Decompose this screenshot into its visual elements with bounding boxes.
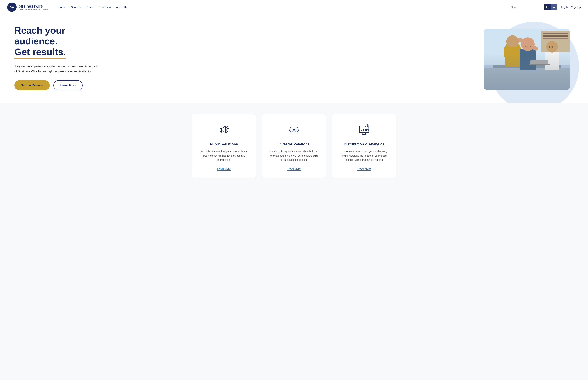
service-title-analytics: Distribution & Analytics — [344, 142, 384, 146]
svg-point-12 — [506, 35, 519, 48]
svg-point-25 — [227, 126, 228, 127]
logo-brand: businesswire — [18, 4, 49, 9]
learn-more-button[interactable]: Learn More — [53, 80, 83, 90]
svg-rect-39 — [363, 129, 364, 132]
header: bw businesswire A BERKSHIRE HATHAWAY COM… — [0, 0, 588, 14]
svg-line-32 — [296, 127, 298, 128]
svg-rect-38 — [361, 130, 362, 132]
svg-rect-8 — [543, 38, 568, 39]
svg-rect-17 — [545, 52, 559, 70]
service-link-ir[interactable]: Read More — [287, 167, 301, 171]
hero-title-line1: Reach your audience. — [14, 25, 65, 46]
svg-point-2 — [553, 7, 554, 8]
header-right: Log In Sign Up — [508, 4, 581, 10]
service-link-pr[interactable]: Read More — [217, 167, 231, 171]
search-button[interactable] — [544, 4, 551, 10]
hero-photo — [484, 29, 570, 90]
search-input[interactable] — [508, 4, 544, 10]
svg-rect-7 — [543, 35, 568, 37]
svg-line-1 — [548, 8, 549, 8]
svg-point-26 — [228, 128, 229, 129]
svg-rect-14 — [520, 49, 536, 70]
signup-link[interactable]: Sign Up — [571, 6, 581, 9]
analytics-icon — [357, 123, 371, 137]
svg-line-35 — [363, 133, 363, 134]
svg-line-30 — [290, 127, 292, 128]
hero-description: Rely on the experience, guidance, and su… — [14, 64, 101, 74]
header-left: bw businesswire A BERKSHIRE HATHAWAY COM… — [7, 2, 127, 12]
hero-content: Reach your audience. Get results. Rely o… — [14, 25, 108, 90]
svg-line-36 — [365, 133, 366, 134]
service-title-pr: Public Relations — [210, 142, 238, 146]
service-card-ir: Investor Relations Reach and engage inve… — [262, 114, 326, 178]
logo-brand-bold: business — [18, 4, 35, 8]
search-icon — [546, 6, 549, 9]
main-nav: Home Services News Education About Us — [59, 5, 127, 9]
service-link-analytics[interactable]: Read More — [357, 167, 371, 171]
hero-buttons: Send a Release Learn More — [14, 80, 108, 90]
megaphone-icon — [217, 123, 231, 137]
svg-rect-22 — [529, 64, 550, 65]
service-card-analytics: Distribution & Analytics Target your new… — [332, 114, 396, 178]
service-desc-analytics: Target your news, reach your audiences, … — [339, 150, 389, 162]
nav-education[interactable]: Education — [99, 5, 111, 9]
logo-area: bw businesswire A BERKSHIRE HATHAWAY COM… — [7, 2, 49, 12]
svg-point-27 — [229, 130, 229, 131]
services-section: Public Relations Maximize the reach of y… — [0, 103, 588, 189]
hero-title-line2: Get results. — [14, 47, 66, 59]
nav-home[interactable]: Home — [59, 5, 66, 9]
svg-rect-9 — [484, 68, 570, 90]
auth-links: Log In Sign Up — [561, 6, 581, 9]
logo-icon: bw — [7, 2, 17, 12]
hero-title: Reach your audience. Get results. — [14, 25, 108, 59]
nav-about[interactable]: About Us — [116, 5, 127, 9]
service-title-ir: Investor Relations — [278, 142, 310, 146]
send-release-button[interactable]: Send a Release — [14, 80, 50, 90]
hero-image-area — [480, 25, 574, 90]
logo-text: businesswire A BERKSHIRE HATHAWAY COMPAN… — [18, 4, 49, 10]
search-box — [508, 4, 557, 10]
nav-news[interactable]: News — [87, 5, 94, 9]
svg-rect-13 — [505, 47, 520, 67]
svg-rect-10 — [493, 65, 561, 68]
gear-icon — [553, 6, 555, 9]
service-desc-pr: Maximize the reach of your news with our… — [199, 150, 249, 162]
hero-section: Reach your audience. Get results. Rely o… — [0, 14, 588, 103]
svg-rect-6 — [543, 33, 568, 34]
hero-image — [484, 29, 570, 90]
handshake-icon — [287, 123, 301, 137]
logo-brand-light: wire — [35, 4, 43, 8]
login-link[interactable]: Log In — [561, 6, 568, 9]
service-desc-ir: Reach and engage investors, shareholders… — [269, 150, 319, 162]
logo-initials: bw — [10, 5, 14, 9]
nav-services[interactable]: Services — [71, 5, 81, 9]
logo-subtitle: A BERKSHIRE HATHAWAY COMPANY — [18, 9, 49, 10]
svg-rect-23 — [530, 60, 549, 64]
hero-photo-svg — [484, 29, 570, 90]
settings-button[interactable] — [551, 4, 557, 10]
service-card-pr: Public Relations Maximize the reach of y… — [192, 114, 256, 178]
